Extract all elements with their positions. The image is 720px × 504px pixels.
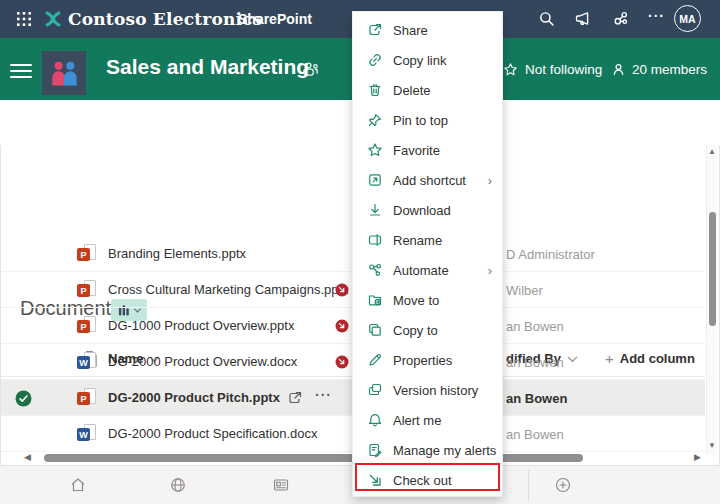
powerpoint-icon: P: [77, 388, 97, 408]
menu-item-add-shortcut[interactable]: Add shortcut ›: [353, 165, 502, 195]
modified-by: an Bowen: [506, 427, 564, 442]
word-icon: W: [77, 352, 97, 372]
waffle-icon[interactable]: [16, 11, 32, 27]
star-icon: [503, 62, 518, 77]
modified-by: Wilber: [506, 283, 543, 298]
menu-item-move-to[interactable]: Move to: [353, 285, 502, 315]
powerpoint-icon: P: [77, 316, 97, 336]
submenu-chevron-icon: ›: [488, 263, 492, 278]
members-button[interactable]: 20 members: [611, 62, 707, 77]
bell-icon: [367, 412, 383, 428]
modified-by: an Bowen: [506, 391, 567, 406]
more-options-icon[interactable]: ···: [648, 8, 665, 24]
version-history-icon: [367, 382, 383, 398]
star-icon: [367, 142, 383, 158]
follow-label: Not following: [525, 62, 602, 77]
add-icon[interactable]: [554, 476, 572, 494]
menu-item-check-out[interactable]: Check out: [353, 465, 502, 495]
file-name[interactable]: DG-1000 Product Overview.pptx: [108, 318, 294, 333]
scroll-right-icon[interactable]: ▶: [694, 452, 701, 462]
word-icon: W: [77, 424, 97, 444]
modified-by: D Administrator: [506, 247, 595, 262]
footer-divider: [528, 470, 529, 501]
automate-icon: [367, 262, 383, 278]
menu-item-share[interactable]: Share: [353, 15, 502, 45]
menu-item-copy-to[interactable]: Copy to: [353, 315, 502, 345]
row-more-button[interactable]: ···: [315, 387, 332, 403]
share-icon[interactable]: [287, 390, 303, 406]
pencil-icon: [367, 352, 383, 368]
link-icon: [367, 52, 383, 68]
checked-out-badge-icon: [335, 319, 349, 333]
globe-icon[interactable]: [169, 476, 187, 494]
hamburger-menu-icon[interactable]: [10, 60, 32, 82]
menu-item-version-history[interactable]: Version history: [353, 375, 502, 405]
avatar[interactable]: MA: [674, 5, 701, 32]
scroll-left-icon[interactable]: ◀: [24, 452, 31, 462]
pin-icon: [367, 112, 383, 128]
menu-item-favorite[interactable]: Favorite: [353, 135, 502, 165]
home-icon[interactable]: [69, 476, 87, 494]
manage-alerts-icon: [367, 442, 383, 458]
product-name: SharePoint: [238, 11, 312, 27]
modified-by: an Bowen: [506, 355, 564, 370]
brand-name: Contoso Electronics: [68, 9, 263, 29]
trash-icon: [367, 82, 383, 98]
modified-by: an Bowen: [506, 319, 564, 334]
vertical-scroll-thumb[interactable]: [709, 212, 716, 326]
menu-item-copy-link[interactable]: Copy link: [353, 45, 502, 75]
powerpoint-icon: P: [77, 280, 97, 300]
check-out-icon: [367, 472, 383, 488]
menu-item-alert-me[interactable]: Alert me: [353, 405, 502, 435]
copy-to-icon: [367, 322, 383, 338]
menu-item-delete[interactable]: Delete: [353, 75, 502, 105]
person-icon: [611, 62, 626, 77]
members-label: 20 members: [632, 62, 707, 77]
menu-item-manage-my-alerts[interactable]: Manage my alerts: [353, 435, 502, 465]
file-name[interactable]: DG-2000 Product Pitch.pptx: [108, 390, 280, 405]
file-name[interactable]: Cross Cultural Marketing Campaigns.pptx: [108, 282, 349, 297]
download-icon: [367, 202, 383, 218]
teams-icon: [302, 61, 319, 78]
move-to-icon: [367, 292, 383, 308]
news-icon[interactable]: [272, 476, 290, 494]
sharepoint-app: Contoso Electronics SharePoint ··· MA Sa…: [0, 0, 720, 504]
file-name[interactable]: DG-2000 Product Overview.docx: [108, 354, 297, 369]
search-icon[interactable]: [538, 10, 555, 27]
contoso-logo-icon: [43, 9, 63, 29]
menu-item-pin-to-top[interactable]: Pin to top: [353, 105, 502, 135]
context-menu: Share Copy link Delete Pin to top Favori…: [352, 11, 503, 497]
site-logo[interactable]: [42, 51, 86, 95]
menu-item-properties[interactable]: Properties: [353, 345, 502, 375]
file-name[interactable]: Branding Elements.pptx: [108, 246, 246, 261]
scroll-up-icon[interactable]: ▲: [708, 147, 716, 156]
menu-item-download[interactable]: Download: [353, 195, 502, 225]
add-shortcut-icon: [367, 172, 383, 188]
rename-icon: [367, 232, 383, 248]
powerpoint-icon: P: [77, 244, 97, 264]
file-name[interactable]: DG-2000 Product Specification.docx: [108, 426, 318, 441]
menu-item-rename[interactable]: Rename: [353, 225, 502, 255]
submenu-chevron-icon: ›: [488, 173, 492, 188]
follow-button[interactable]: Not following: [503, 62, 602, 77]
scroll-down-icon[interactable]: ▼: [708, 441, 716, 450]
checked-out-badge-icon: [335, 355, 349, 369]
vertical-scrollbar[interactable]: ▲ ▼: [706, 145, 717, 455]
checked-out-badge-icon: [335, 283, 349, 297]
menu-item-automate[interactable]: Automate ›: [353, 255, 502, 285]
share-icon: [367, 22, 383, 38]
selected-check-icon[interactable]: [15, 390, 32, 407]
org-chart-icon[interactable]: [612, 10, 629, 27]
megaphone-icon[interactable]: [574, 10, 591, 27]
site-title: Sales and Marketing: [106, 55, 309, 79]
